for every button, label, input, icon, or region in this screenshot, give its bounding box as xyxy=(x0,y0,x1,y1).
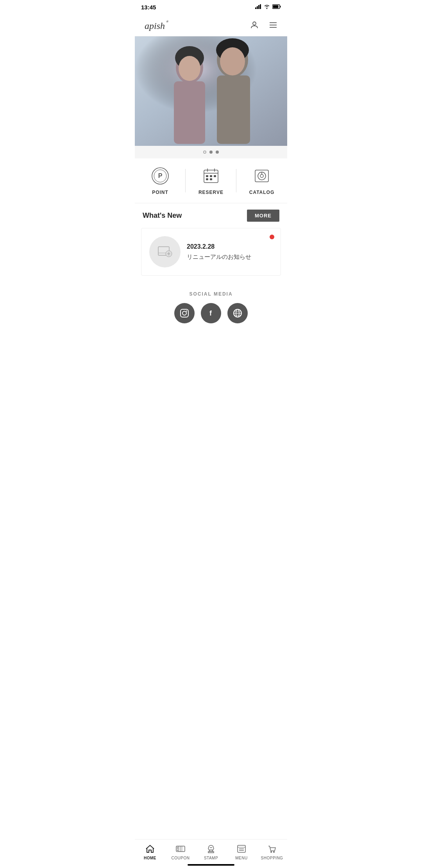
slide-dot-2[interactable] xyxy=(209,151,213,154)
menu-button[interactable] xyxy=(267,19,279,31)
news-item[interactable]: 2023.2.28 リニューアルのお知らせ xyxy=(141,228,281,276)
svg-rect-42 xyxy=(181,309,188,317)
svg-rect-16 xyxy=(174,81,205,144)
svg-point-44 xyxy=(186,310,187,312)
svg-point-43 xyxy=(182,311,186,315)
svg-text:apish: apish xyxy=(145,21,165,31)
nav-item-point[interactable]: P POINT xyxy=(135,166,186,195)
whats-new-header: What's New MORE xyxy=(135,203,287,228)
nav-item-reserve[interactable]: RESERVE xyxy=(186,166,236,195)
svg-point-37 xyxy=(260,174,263,178)
svg-rect-18 xyxy=(217,75,250,144)
header: ★ apish xyxy=(135,14,287,36)
quick-nav: P POINT RESERVE xyxy=(135,158,287,203)
profile-button[interactable] xyxy=(248,19,261,31)
website-icon[interactable] xyxy=(227,303,248,323)
svg-rect-33 xyxy=(206,178,208,180)
app-logo: ★ apish xyxy=(143,17,190,33)
svg-rect-30 xyxy=(206,175,208,177)
svg-text:f: f xyxy=(209,309,212,317)
slide-dot-1[interactable] xyxy=(203,151,206,154)
svg-rect-5 xyxy=(273,5,279,8)
news-text: リニューアルのお知らせ xyxy=(187,253,273,261)
status-time: 13:45 xyxy=(141,4,156,11)
svg-point-9 xyxy=(253,22,256,25)
svg-rect-34 xyxy=(210,178,212,180)
more-button[interactable]: MORE xyxy=(247,210,279,222)
social-section: SOCIAL MEDIA f xyxy=(135,283,287,331)
svg-rect-0 xyxy=(255,7,256,9)
svg-point-21 xyxy=(179,56,200,81)
svg-rect-14 xyxy=(135,36,287,146)
wifi-icon xyxy=(264,4,270,10)
battery-icon xyxy=(272,4,281,10)
news-date: 2023.2.28 xyxy=(187,243,273,250)
news-content: 2023.2.28 リニューアルのお知らせ xyxy=(181,243,273,261)
header-right xyxy=(248,19,279,31)
hero-image-inner xyxy=(135,36,287,146)
nav-item-catalog[interactable]: CATALOG xyxy=(236,166,287,195)
news-thumbnail xyxy=(149,236,181,267)
whats-new-title: What's New xyxy=(143,212,182,220)
svg-rect-6 xyxy=(280,6,281,7)
reserve-label: RESERVE xyxy=(198,190,224,195)
svg-point-22 xyxy=(220,47,245,75)
reserve-icon xyxy=(201,166,221,186)
signal-icon xyxy=(255,4,261,10)
svg-rect-2 xyxy=(258,5,259,9)
svg-rect-1 xyxy=(257,6,258,9)
slide-dot-3[interactable] xyxy=(216,151,219,154)
dots-indicator xyxy=(135,146,287,158)
hero-image xyxy=(135,36,287,146)
svg-text:★: ★ xyxy=(165,19,169,23)
svg-rect-3 xyxy=(260,4,261,9)
status-icons xyxy=(255,4,281,10)
svg-rect-31 xyxy=(210,175,212,177)
facebook-icon[interactable]: f xyxy=(201,303,221,323)
point-icon: P xyxy=(150,166,170,186)
news-badge xyxy=(270,235,274,239)
status-bar: 13:45 xyxy=(135,0,287,14)
social-icons: f xyxy=(143,303,279,323)
catalog-icon xyxy=(252,166,272,186)
instagram-icon[interactable] xyxy=(174,303,195,323)
catalog-label: CATALOG xyxy=(249,190,275,195)
svg-text:P: P xyxy=(158,172,163,179)
social-title: SOCIAL MEDIA xyxy=(143,291,279,297)
svg-rect-32 xyxy=(214,175,216,177)
point-label: POINT xyxy=(152,190,168,195)
